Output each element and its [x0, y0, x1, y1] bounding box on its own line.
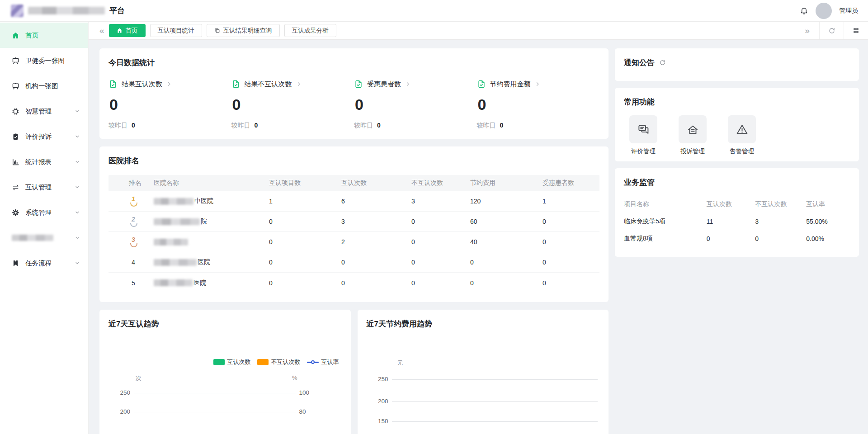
document-check-icon	[477, 80, 486, 89]
quick-item-evaluation[interactable]: 评价管理	[629, 115, 657, 156]
gridline: 200	[392, 401, 598, 402]
sidebar-item-health-commission-map[interactable]: 卫健委一张图	[0, 48, 88, 73]
inbox-mail-icon	[679, 115, 707, 143]
y-axis-unit-left: 元	[397, 359, 403, 367]
sidebar-item-smart-management[interactable]: 智慧管理	[0, 99, 88, 124]
sidebar-item-system-management[interactable]: 系统管理	[0, 200, 88, 225]
board-icon	[12, 82, 19, 90]
legend-item[interactable]: 不互认次数	[257, 358, 301, 366]
cell: 0	[411, 238, 470, 245]
cell: 血常规8项	[624, 235, 707, 243]
stat-non-recognition-count: 结果不互认次数 0 较昨日0	[231, 80, 354, 130]
column-header: 项目名称	[624, 200, 707, 208]
sidebar-item-task-flow[interactable]: 任务流程	[0, 250, 88, 276]
y-tick-left: 250	[370, 376, 388, 382]
stat-value: 0	[478, 96, 600, 113]
tab-project-statistics[interactable]: 互认项目统计	[150, 24, 202, 37]
alert-triangle-icon	[728, 115, 756, 143]
column-header: 互认次数	[707, 200, 755, 208]
table-row: 2 院 0 3 0 60 0	[108, 212, 599, 232]
cell: 0	[269, 279, 341, 287]
stat-mutual-recognition-count: 结果互认次数 0 较昨日0	[108, 80, 231, 130]
redacted-hospital-name	[154, 198, 193, 205]
app-logo	[11, 5, 24, 17]
legend-line-marker	[307, 362, 319, 363]
stat-link[interactable]: 受惠患者数	[354, 80, 477, 89]
stat-benefited-patients: 受惠患者数 0 较昨日0	[354, 80, 477, 130]
column-header: 互认项目数	[269, 179, 341, 187]
home-icon	[117, 28, 123, 33]
tab-home[interactable]: 首页	[109, 24, 146, 37]
quick-item-complaints[interactable]: 投诉管理	[679, 115, 707, 156]
y-tick-left: 200	[112, 408, 130, 415]
cell: 0	[542, 259, 599, 266]
cell: 0	[542, 238, 599, 245]
sidebar-item-institution-map[interactable]: 机构一张图	[0, 73, 88, 99]
saved-cost-trend-chart: 元 250 200 150	[367, 331, 600, 434]
today-stats-card: 今日数据统计 结果互认次数 0 较昨日0	[99, 48, 609, 139]
cell: 0	[411, 259, 470, 266]
cell: 0	[269, 259, 341, 266]
table-header-row: 排名 医院名称 互认项目数 互认次数 不互认次数 节约费用 受惠患者数	[108, 175, 599, 191]
hospital-ranking-title: 医院排名	[108, 156, 599, 166]
cell: 3	[755, 218, 806, 225]
gridline: 250	[392, 379, 598, 380]
quick-item-label: 投诉管理	[680, 147, 705, 156]
tab-achievement-analysis[interactable]: 互认成果分析	[284, 24, 336, 37]
swap-arrows-icon	[12, 184, 19, 191]
legend-label: 互认率	[321, 358, 339, 366]
gridline: 250 100	[134, 393, 296, 393]
sidebar-item-redacted[interactable]	[0, 225, 88, 250]
tabs-scroll-right-button[interactable]: »	[795, 22, 819, 39]
cell: 0	[542, 218, 599, 225]
column-header: 节约费用	[470, 179, 542, 187]
stat-link[interactable]: 节约费用金额	[477, 80, 600, 89]
bronze-medal-icon: 3	[129, 236, 138, 248]
table-body: 临床免疫学5项 11 3 55.00% 血常规8项 0 0 0.00%	[624, 213, 850, 247]
legend-swatch	[257, 359, 269, 365]
refresh-icon[interactable]	[659, 59, 666, 66]
legend-label: 不互认次数	[271, 358, 301, 366]
chevron-down-icon	[75, 235, 80, 241]
hospital-ranking-table: 排名 医院名称 互认项目数 互认次数 不互认次数 节约费用 受惠患者数 1	[108, 175, 599, 293]
recognition-trend-chart: 互认次数 不互认次数 互认率	[108, 331, 342, 434]
open-tabs: 首页 互认项目统计 互认结果明细查询 互认成果分析	[109, 24, 795, 37]
refresh-icon[interactable]	[819, 22, 844, 39]
y-axis-unit-left: 次	[136, 374, 142, 382]
header-right: 管理员	[800, 3, 858, 19]
sidebar-item-mutual-recognition[interactable]: 互认管理	[0, 175, 88, 200]
tabs-scroll-left-button[interactable]: «	[95, 26, 109, 36]
legend-item[interactable]: 互认率	[307, 358, 339, 366]
hospital-name: 中医院	[154, 197, 269, 205]
tab-label: 互认成果分析	[292, 27, 329, 35]
username[interactable]: 管理员	[839, 7, 858, 15]
stat-label: 节约费用金额	[490, 80, 531, 89]
sidebar-item-home[interactable]: 首页	[0, 23, 88, 48]
document-check-icon	[231, 80, 241, 89]
chip-icon	[12, 108, 19, 115]
user-avatar[interactable]	[816, 3, 832, 19]
y-tick-left: 200	[370, 398, 388, 405]
quick-item-alerts[interactable]: 告警管理	[728, 115, 756, 156]
tab-result-detail-query[interactable]: 互认结果明细查询	[207, 24, 280, 37]
table-row: 5 医院 0 0 0 0 0	[108, 273, 599, 293]
bookmark-icon	[12, 259, 19, 267]
gear-icon	[12, 209, 19, 217]
stat-link[interactable]: 结果不互认次数	[231, 80, 354, 89]
grid-layout-icon[interactable]	[844, 22, 868, 39]
tab-label: 首页	[126, 27, 138, 35]
table-header-row: 项目名称 互认次数 不互认次数 互认率	[624, 196, 850, 213]
stat-link[interactable]: 结果互认次数	[108, 80, 231, 89]
brand: 平台	[11, 5, 125, 17]
cell: 0	[341, 279, 411, 287]
notification-bell-icon[interactable]	[800, 6, 808, 15]
document-check-icon	[354, 80, 363, 89]
sidebar-item-evaluation-complaints[interactable]: 评价投诉	[0, 124, 88, 149]
app-header: 平台 管理员	[0, 0, 868, 22]
cell: 0	[411, 279, 470, 287]
cell: 0	[470, 279, 542, 287]
stat-value: 0	[109, 96, 231, 113]
sidebar-item-statistics-reports[interactable]: 统计报表	[0, 149, 88, 175]
stats-row: 结果互认次数 0 较昨日0 结果不互认次数	[108, 80, 599, 130]
legend-item[interactable]: 互认次数	[213, 358, 251, 366]
